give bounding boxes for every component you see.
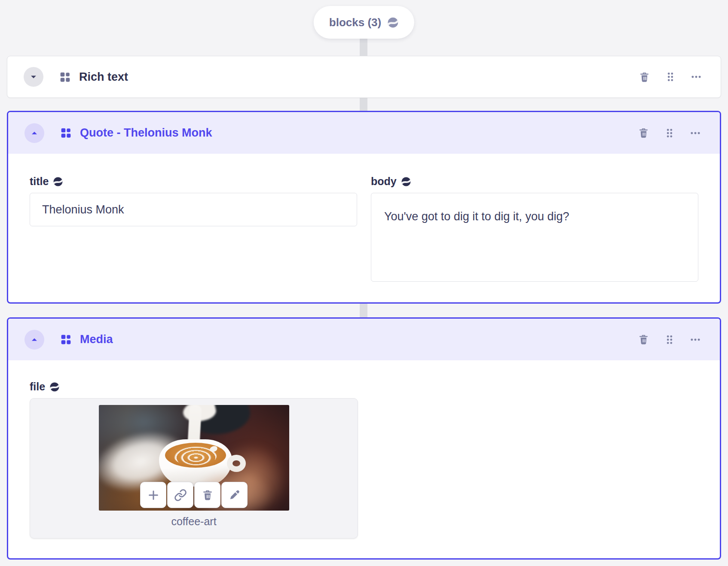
chevron-up-icon [30,128,39,138]
expand-toggle-button[interactable] [24,67,43,87]
title-field: title [30,175,357,226]
field-label-file: file [30,380,698,393]
more-options-button[interactable] [691,71,702,82]
block-card-rich-text: Rich text [7,56,721,98]
body-textarea[interactable]: You've got to dig it to dig it, you dig? [371,193,698,282]
move-block-handle[interactable] [664,334,675,345]
move-block-handle[interactable] [665,71,676,82]
chevron-down-icon [29,72,38,82]
blocks-grid-icon [60,127,72,139]
block-actions [638,334,701,345]
globe-icon [387,17,399,28]
quote-block-fields: title body You've got to dig it to dig i… [8,154,720,283]
trash-icon [639,71,650,83]
block-title: Rich text [79,70,128,84]
file-preview [99,405,289,511]
blocks-count-pill[interactable]: blocks (3) [314,6,414,39]
trash-icon [638,127,649,139]
title-input[interactable] [30,193,357,226]
translatable-globe-icon [49,382,60,392]
drag-dots-icon [665,71,676,82]
block-header-quote[interactable]: Quote - Thelonius Monk [8,112,720,154]
blocks-count-label: blocks (3) [329,16,381,29]
drag-dots-icon [664,334,675,345]
block-actions [638,127,701,139]
blocks-grid-icon [60,333,72,346]
collapse-toggle-button[interactable] [24,123,44,143]
block-card-media: Media [7,317,721,560]
matrix-field-editor: blocks (3) Rich text [0,0,728,566]
delete-block-button[interactable] [639,71,650,83]
translatable-globe-icon [53,176,63,187]
trash-icon [202,489,214,501]
block-header-rich-text[interactable]: Rich text [7,56,721,97]
field-label-text: file [30,380,45,393]
link-icon [174,489,187,502]
ellipsis-icon [691,71,702,82]
media-block-fields: file [8,360,720,539]
delete-block-button[interactable] [638,334,649,345]
field-label-text: body [371,175,397,188]
trash-icon [638,334,649,345]
collapse-toggle-button[interactable] [24,330,44,350]
drag-dots-icon [664,128,675,139]
block-actions [639,71,702,83]
plus-icon [147,489,160,502]
file-name-caption: coffee-art [171,515,216,528]
translatable-globe-icon [401,176,411,187]
move-block-handle[interactable] [664,128,675,139]
ellipsis-icon [690,334,701,345]
file-field-card: coffee-art [30,398,358,539]
field-label-title: title [30,175,357,188]
body-field: body You've got to dig it to dig it, you… [371,175,698,283]
block-header-media[interactable]: Media [8,319,720,360]
blocks-grid-icon [59,71,71,83]
field-label-body: body [371,175,698,188]
block-title: Quote - Thelonius Monk [80,126,212,140]
pencil-icon [228,489,241,501]
field-label-text: title [30,175,49,188]
ellipsis-icon [690,128,701,139]
link-file-button[interactable] [167,482,193,508]
add-file-button[interactable] [140,482,166,508]
block-card-quote: Quote - Thelonius Monk [7,111,721,304]
chevron-up-icon [30,335,39,344]
block-title: Media [80,333,113,346]
edit-file-button[interactable] [221,482,248,508]
file-toolbar [140,482,248,508]
more-options-button[interactable] [690,128,701,139]
remove-file-button[interactable] [194,482,220,508]
delete-block-button[interactable] [638,127,649,139]
more-options-button[interactable] [690,334,701,345]
